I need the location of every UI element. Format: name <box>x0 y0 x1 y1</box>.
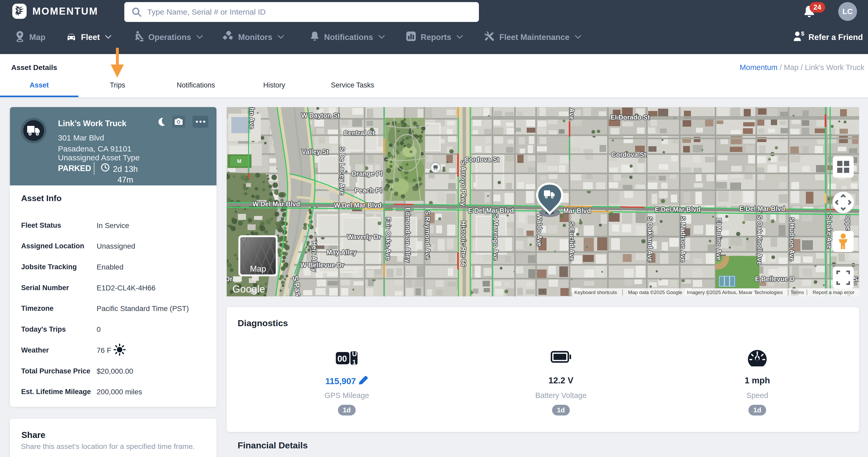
svg-text:ohn Ave: ohn Ave <box>248 107 256 129</box>
svg-text:Report a map error: Report a map error <box>813 290 855 295</box>
svg-text:E Del Mar Blvd: E Del Mar Blvd <box>468 207 514 214</box>
svg-text:Map data ©2025 Google: Map data ©2025 Google <box>628 290 682 295</box>
svg-text:W Bellevue Dr: W Bellevue Dr <box>300 262 344 269</box>
svg-text:S Hudson Ave: S Hudson Ave <box>788 217 796 261</box>
svg-text:May Alley: May Alley <box>327 249 357 256</box>
svg-text:Peach Pl: Peach Pl <box>354 187 382 194</box>
svg-text:S Lake Ave: S Lake Ave <box>826 214 833 249</box>
svg-text:S Euclid Ave: S Euclid Ave <box>568 222 576 261</box>
svg-text:El Dorado St: El Dorado St <box>611 114 650 121</box>
svg-text:Waverly Dr: Waverly Dr <box>347 233 381 241</box>
svg-text:Waldo Ave: Waldo Ave <box>536 214 543 246</box>
svg-text:Google: Google <box>232 283 265 295</box>
svg-text:Terms: Terms <box>790 290 804 295</box>
svg-text:Keyboard shortcuts: Keyboard shortcuts <box>574 290 617 295</box>
svg-text:Central Ct: Central Ct <box>343 129 375 136</box>
svg-text:Fair Oaks Ave: Fair Oaks Ave <box>385 217 392 261</box>
svg-text:Orange Pl: Orange Pl <box>351 170 382 177</box>
svg-text:Edmondson Alley: Edmondson Alley <box>404 208 411 263</box>
svg-text:El Molino Ave: El Molino Ave <box>715 218 722 261</box>
svg-text:Mar Blvd: Mar Blvd <box>563 207 591 214</box>
svg-text:00: 00 <box>337 354 347 364</box>
svg-text:U: U <box>352 350 357 358</box>
svg-text:S Oak Knoll Ave: S Oak Knoll Ave <box>756 215 763 265</box>
svg-text:W Del Mar Blvd: W Del Mar Blvd <box>334 202 381 209</box>
svg-text:S Euclid Ave: S Euclid Ave <box>568 107 576 120</box>
svg-text:W Del Mar Blvd: W Del Mar Blvd <box>252 200 300 208</box>
svg-text:S Arroyo Pkwy: S Arroyo Pkwy <box>460 160 467 206</box>
svg-text:S Madison Ave: S Madison Ave <box>679 216 687 262</box>
svg-text:S Marengo Ave: S Marengo Ave <box>492 214 500 261</box>
svg-text:E Bellevue D: E Bellevue D <box>755 275 794 282</box>
svg-text:Historic Rte 66: Historic Rte 66 <box>460 221 467 266</box>
svg-text:Imagery ©2025 Airbus, Maxar Te: Imagery ©2025 Airbus, Maxar Technologies <box>687 290 783 295</box>
svg-text:1: 1 <box>352 358 356 366</box>
svg-text:S De Lacey Ave: S De Lacey Ave <box>339 147 346 195</box>
svg-text:opper: opper <box>845 215 852 233</box>
svg-text:Dr: Dr <box>227 275 232 282</box>
svg-text:Map: Map <box>250 264 266 273</box>
svg-text:Sa: Sa <box>854 275 859 282</box>
svg-text:S Oakland Ave: S Oakland Ave <box>647 216 654 262</box>
svg-text:Cordova St: Cordova St <box>464 156 499 163</box>
svg-text:E Del Mar Blvd: E Del Mar Blvd <box>655 206 700 213</box>
svg-text:E Del Mar Blvd: E Del Mar Blvd <box>739 205 785 212</box>
svg-text:W Dayton St: W Dayton St <box>301 112 340 119</box>
svg-text:Valley St: Valley St <box>302 148 329 155</box>
svg-text:Cordova St: Cordova St <box>611 151 646 158</box>
svg-text:S Raymond Ave: S Raymond Ave <box>424 211 431 260</box>
svg-text:$: $ <box>801 31 804 37</box>
